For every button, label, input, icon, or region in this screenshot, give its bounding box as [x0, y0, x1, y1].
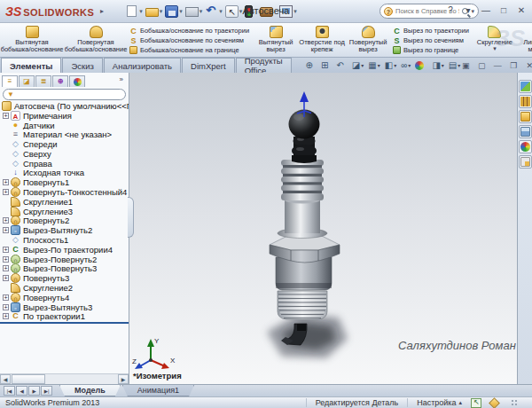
restore-document-button[interactable]: ❐ [508, 61, 519, 70]
next-tab-button[interactable]: ▶ [28, 386, 40, 396]
expand-toggle-icon[interactable] [3, 227, 9, 233]
swept-boss-button[interactable]: Бобышка/основание по траектории [129, 26, 249, 35]
dropdown-arrow-icon[interactable]: ▾ [219, 8, 223, 15]
revolved-cut-button[interactable]: Повернутый вырез [345, 24, 391, 56]
design-library-icon[interactable] [519, 95, 532, 108]
extruded-boss-button[interactable]: Вытянутая бобышка/основание [0, 24, 64, 56]
expand-toggle-icon[interactable] [3, 265, 9, 271]
save-icon[interactable]: ▾ [164, 4, 184, 19]
expand-toggle-icon[interactable] [3, 256, 9, 263]
boundary-boss-button[interactable]: Бобышка/основание на границе [129, 45, 249, 54]
document-mode-tab[interactable]: Анимация1 [122, 385, 194, 396]
help-dropdown[interactable]: ▾ [461, 3, 475, 17]
apply-scene-icon[interactable]: ▾ [432, 61, 443, 70]
scrollbar-thumb[interactable] [12, 374, 45, 384]
propertymanager-tab[interactable] [19, 75, 35, 87]
dimxpertmanager-tab[interactable] [52, 75, 68, 87]
scroll-left-arrow[interactable]: ◀ [0, 374, 11, 384]
tree-item[interactable]: Вырез-По траектории4 [0, 245, 129, 255]
tree-item[interactable]: Скругление2 [0, 283, 129, 293]
fillet-button[interactable]: Скругление ▾ [473, 24, 517, 56]
revolved-boss-button[interactable]: Повернутая бобышка/основание [64, 24, 128, 56]
tree-item[interactable]: Повернуть2 [0, 216, 129, 226]
hole-wizard-button[interactable]: Отверстие под крепеж [299, 24, 345, 56]
expand-toggle-icon[interactable] [3, 294, 9, 301]
dropdown-arrow-icon[interactable]: ▾ [408, 62, 411, 68]
panel-tabs-overflow[interactable]: » [116, 75, 127, 83]
expand-toggle-icon[interactable] [3, 113, 9, 119]
lofted-boss-button[interactable]: Бобышка/основание по сечениям [129, 35, 249, 44]
edit-appearance-icon[interactable]: ▾ [415, 61, 427, 70]
first-tab-button[interactable]: |◀ [4, 386, 15, 396]
previous-view-icon[interactable]: ▾ [336, 61, 347, 70]
resize-grip[interactable] [511, 399, 518, 406]
tree-item[interactable]: Плоскость1 [0, 235, 129, 245]
tree-item[interactable]: Справа [0, 159, 129, 169]
tree-item[interactable]: Скругление1 [0, 197, 129, 207]
dropdown-arrow-icon[interactable]: ▾ [361, 62, 364, 68]
graphics-viewport[interactable]: Саляхутдинов Роман Y Z X *Изометрия [129, 73, 517, 384]
close-document-button[interactable]: ✕ [524, 61, 532, 70]
tree-item[interactable]: Автосвеча (По умолчанию<<По [0, 101, 129, 111]
expand-toggle-icon[interactable] [3, 179, 9, 185]
tree-item[interactable]: Сверху [0, 149, 129, 159]
boundary-cut-button[interactable]: Вырез по границе [393, 45, 469, 54]
configurationmanager-tab[interactable] [35, 75, 51, 87]
tree-item[interactable]: По траектории1 [0, 312, 129, 322]
zoom-area-icon[interactable]: ▾ [321, 61, 332, 70]
expand-toggle-icon[interactable] [3, 189, 9, 195]
tree-item[interactable]: Скругление3 [0, 207, 129, 216]
expand-toggle-icon[interactable] [3, 247, 9, 253]
document-mode-tab[interactable]: Модель [59, 385, 121, 396]
custom-properties-icon[interactable] [519, 155, 532, 169]
print-icon[interactable]: ▾ [184, 4, 204, 18]
tree-item[interactable]: Повернуть1 [0, 177, 129, 187]
tree-item[interactable]: Повернуть-Тонкостенный4 [0, 187, 129, 197]
scrollbar-track[interactable] [45, 374, 118, 384]
view-settings2-icon[interactable]: ▾ [449, 61, 460, 70]
spark-plug-model[interactable] [129, 73, 517, 384]
appearances-scenes-icon[interactable] [519, 140, 532, 153]
expand-toggle-icon[interactable] [3, 217, 9, 224]
tree-item[interactable]: Датчики [0, 121, 129, 130]
ribbon-tab[interactable]: DimXpert [182, 58, 235, 73]
tree-item[interactable]: Материал <не указан> [0, 129, 129, 139]
panel-horizontal-scrollbar[interactable]: ◀ ▶ [0, 373, 129, 384]
previous-tab-button[interactable]: ◀ [16, 386, 27, 396]
extruded-cut-button[interactable]: Вытянутый вырез [253, 24, 299, 56]
view-palette-icon[interactable] [519, 125, 532, 138]
tree-item[interactable]: Спереди [0, 139, 129, 149]
previous-window-button[interactable]: ▣ [460, 61, 471, 70]
next-window-button[interactable]: ▢ [476, 61, 487, 70]
tree-filter-box[interactable]: ▼ [3, 89, 126, 100]
dropdown-arrow-icon[interactable]: ▾ [394, 62, 396, 68]
expand-toggle-icon[interactable] [3, 304, 9, 310]
minimize-button[interactable]: — [479, 3, 493, 17]
swept-cut-button[interactable]: Вырез по траектории [393, 26, 469, 35]
dropdown-arrow-icon[interactable]: ▾ [442, 62, 444, 68]
configuration-selector[interactable]: Настройка ▴ [407, 398, 462, 407]
dropdown-arrow-icon[interactable]: ▾ [293, 8, 297, 15]
tree-item[interactable]: Примечания [0, 111, 129, 121]
tree-item[interactable]: Вырез-Повернуть2 [0, 255, 129, 264]
minimize-document-button[interactable]: — [492, 61, 503, 70]
expand-toggle-icon[interactable] [3, 275, 9, 281]
view-orientation-icon[interactable]: ▾ [368, 61, 379, 70]
tree-filter-input[interactable] [17, 90, 121, 98]
ribbon-tab[interactable]: Анализировать [104, 58, 181, 73]
tree-item[interactable]: Повернуть3 [0, 273, 129, 283]
ribbon-tab[interactable]: Продукты Office [236, 58, 292, 73]
tree-item[interactable]: Повернуть4 [0, 293, 129, 302]
lofted-cut-button[interactable]: Вырез по сечениям [393, 35, 469, 44]
restore-button[interactable]: □ [497, 3, 511, 17]
tag-icon[interactable] [489, 397, 500, 408]
help-button[interactable]: ? [443, 3, 458, 17]
last-tab-button[interactable]: ▶| [41, 386, 52, 396]
open-icon[interactable]: ▾ [145, 4, 164, 18]
quick-tips-cursor-icon[interactable] [471, 398, 481, 408]
dropdown-arrow-icon[interactable]: ▾ [200, 8, 203, 15]
scroll-right-arrow[interactable]: ▶ [118, 374, 129, 384]
tree-item[interactable]: Вырез-Вытянуть3 [0, 302, 129, 312]
tree-item[interactable]: Вырез-Повернуть3 [0, 264, 129, 274]
close-button[interactable]: ✕ [514, 3, 528, 17]
